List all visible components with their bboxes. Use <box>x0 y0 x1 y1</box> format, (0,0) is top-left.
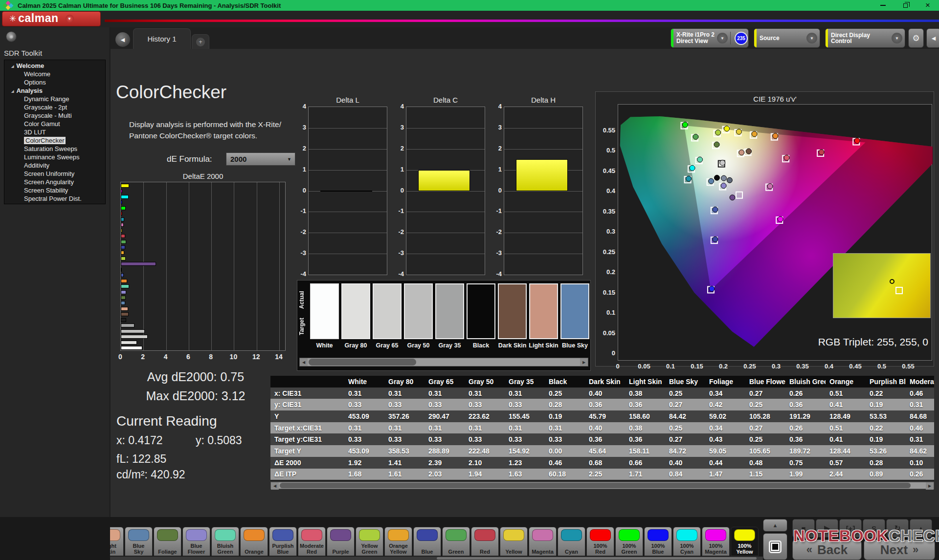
next-button[interactable]: Next » <box>864 539 935 560</box>
tab-history-1[interactable]: History 1 <box>133 28 191 49</box>
source-panel[interactable]: Source ▼ <box>754 28 820 48</box>
sidebar-item-screen-stability[interactable]: Screen Stability <box>4 186 105 194</box>
add-icon[interactable]: [+] <box>839 519 862 538</box>
patch-button-100-cyan[interactable]: 100% Cyan <box>673 527 701 556</box>
patch-button-blue-sky[interactable]: Blue Sky <box>125 527 153 556</box>
table-scrollbar[interactable]: ◀ ▶ <box>270 482 934 489</box>
patch-button-purple[interactable]: Purple <box>327 527 355 556</box>
source-dropdown-chevron-icon[interactable]: ▼ <box>806 33 817 43</box>
patch-button-purplish-blue[interactable]: Purplish Blue <box>269 527 297 556</box>
logo-menu-chevron-icon[interactable]: ▼ <box>66 15 74 23</box>
record-dot-button[interactable] <box>6 31 17 42</box>
collapse-sidebar-button[interactable]: ◀ <box>115 32 130 47</box>
back-button[interactable]: « Back <box>792 539 862 560</box>
cie-zoom-inset <box>833 253 931 318</box>
sidebar-item-grayscale-2pt[interactable]: Grayscale - 2pt <box>4 103 105 111</box>
patch-button-blue-flower[interactable]: Blue Flower <box>182 527 210 556</box>
eject-icon[interactable]: ▲ <box>910 519 932 538</box>
meter-count-badge[interactable]: 235 <box>735 32 748 45</box>
source-label: Source <box>757 35 780 42</box>
meter-panel[interactable]: X-Rite i1Pro 2Direct View ▼ 235 <box>671 28 749 48</box>
display-control-dropdown-chevron-icon[interactable]: ▼ <box>892 33 902 43</box>
table-scrollbar-thumb[interactable] <box>280 483 911 488</box>
expander-icon[interactable]: ◢ <box>11 89 14 93</box>
cie-measured-light-skin <box>739 150 744 155</box>
patch-button-red[interactable]: Red <box>471 527 499 556</box>
delta-c-bar <box>418 170 470 191</box>
patch-button-blue[interactable]: Blue <box>413 527 441 556</box>
patch-button-100-red[interactable]: 100% Red <box>586 527 614 556</box>
col-header-gray-80: Gray 80 <box>384 378 425 386</box>
col-header-blue-sky: Blue Sky <box>665 378 705 386</box>
settings-gear-button[interactable]: ⚙ <box>908 28 924 48</box>
display-control-panel[interactable]: Direct Display Control ▼ <box>825 28 905 48</box>
deltae-bar-bluish-green <box>121 284 129 288</box>
sidebar-item-spectral-power-dist[interactable]: Spectral Power Dist. <box>4 194 105 203</box>
cie-measured-moderate-red <box>784 155 789 160</box>
restore-button[interactable] <box>894 0 917 11</box>
patch-button-orange-yellow[interactable]: Orange Yellow <box>384 527 412 556</box>
sidebar-item-saturation-sweeps[interactable]: Saturation Sweeps <box>4 145 105 153</box>
patch-button-yellow[interactable]: Yellow <box>500 527 528 556</box>
patch-button-bluish-green[interactable]: Bluish Green <box>211 527 239 556</box>
window-title: Calman 2025 Calman Ultimate for Business… <box>18 2 281 9</box>
close-button[interactable]: × <box>917 0 939 11</box>
patch-button-100-magenta[interactable]: 100% Magenta <box>702 527 730 556</box>
table-scroll-right-icon[interactable]: ▶ <box>926 482 934 490</box>
patch-button-magenta[interactable]: Magenta <box>529 527 557 556</box>
sidebar-item-analysis[interactable]: ◢Analysis <box>4 86 105 95</box>
calman-logo[interactable]: ✳ calman ▼ <box>2 11 101 26</box>
col-header-bluish-green: Bluish Green <box>785 378 826 386</box>
minimize-button[interactable] <box>872 0 894 11</box>
sidebar-item-welcome[interactable]: ◢Welcome <box>4 62 105 70</box>
de-formula-select[interactable]: 2000 ▼ <box>226 152 295 166</box>
deltae-chart-title: DeltaE 2000 <box>120 172 286 180</box>
scroll-left-icon[interactable]: ◀ <box>300 358 308 366</box>
sidebar-item-colorchecker[interactable]: ColorChecker <box>4 136 105 145</box>
patch-color-chip <box>532 529 553 541</box>
refresh-icon[interactable]: ↻ <box>886 519 909 538</box>
patch-strip-thumb[interactable] <box>437 557 757 560</box>
meter-dropdown-chevron-icon[interactable]: ▼ <box>717 33 728 43</box>
sidebar-item-dynamic-range[interactable]: Dynamic Range <box>4 95 105 103</box>
patch-button-100-green[interactable]: 100% Green <box>615 527 643 556</box>
patch-button-foliage[interactable]: Foliage <box>154 527 181 556</box>
sidebar-item-screen-uniformity[interactable]: Screen Uniformity <box>4 170 105 178</box>
deltae-bar-red <box>121 234 125 238</box>
scroll-right-icon[interactable]: ▶ <box>580 358 588 366</box>
play-icon[interactable]: ▶ <box>816 519 838 538</box>
cie-measured-green-100 <box>683 122 688 128</box>
patch-button-cyan[interactable]: Cyan <box>558 527 585 556</box>
sidebar-item-welcome[interactable]: Welcome <box>4 70 105 78</box>
patch-button-light-skin[interactable]: Light Skin <box>110 527 124 556</box>
sidebar-item-color-gamut[interactable]: Color Gamut <box>4 120 105 128</box>
patch-button-100-blue[interactable]: 100% Blue <box>644 527 672 556</box>
table-scroll-left-icon[interactable]: ◀ <box>271 482 279 490</box>
rgb-triplet-readout: RGB Triplet: 255, 255, 0 <box>777 336 928 348</box>
deltae-bar-foliage <box>121 296 126 300</box>
patch-button-moderate-red[interactable]: Moderate Red <box>298 527 326 556</box>
strip-expand-button[interactable]: ▲ <box>763 519 787 532</box>
sidebar-item-additivity[interactable]: Additivity <box>4 161 105 170</box>
sidebar-item-luminance-sweeps[interactable]: Luminance Sweeps <box>4 153 105 161</box>
stop-icon[interactable]: ■ <box>792 519 815 538</box>
sidebar-item-3d-lut[interactable]: 3D LUT <box>4 128 105 136</box>
patch-button-green[interactable]: Green <box>442 527 470 556</box>
patch-button-orange[interactable]: Orange <box>240 527 268 556</box>
expander-icon[interactable]: ◢ <box>11 65 14 68</box>
patch-button-100-yellow[interactable]: 100% Yellow <box>731 527 759 556</box>
patch-button-yellow-green[interactable]: Yellow Green <box>356 527 383 556</box>
sidebar-item-grayscale-multi[interactable]: Grayscale - Multi <box>4 111 105 120</box>
scrollbar-thumb[interactable] <box>309 359 416 366</box>
sidebar-item-screen-angularity[interactable]: Screen Angularity <box>4 178 105 186</box>
sidebar-item-options[interactable]: Options <box>4 78 105 86</box>
series-icon[interactable]: S <box>863 519 885 538</box>
add-tab-button[interactable]: + <box>192 34 209 49</box>
collapse-panel-chevron-button[interactable]: ◀ <box>926 28 939 48</box>
swatch-scrollbar[interactable]: ◀ ▶ <box>299 358 588 366</box>
patch-strip-scrollbar[interactable] <box>110 557 763 560</box>
deltae-bar-moderate-red <box>121 268 122 272</box>
patch-color-chip <box>648 529 669 541</box>
patch-color-chip <box>474 529 495 541</box>
stop-measure-button[interactable] <box>763 533 787 560</box>
